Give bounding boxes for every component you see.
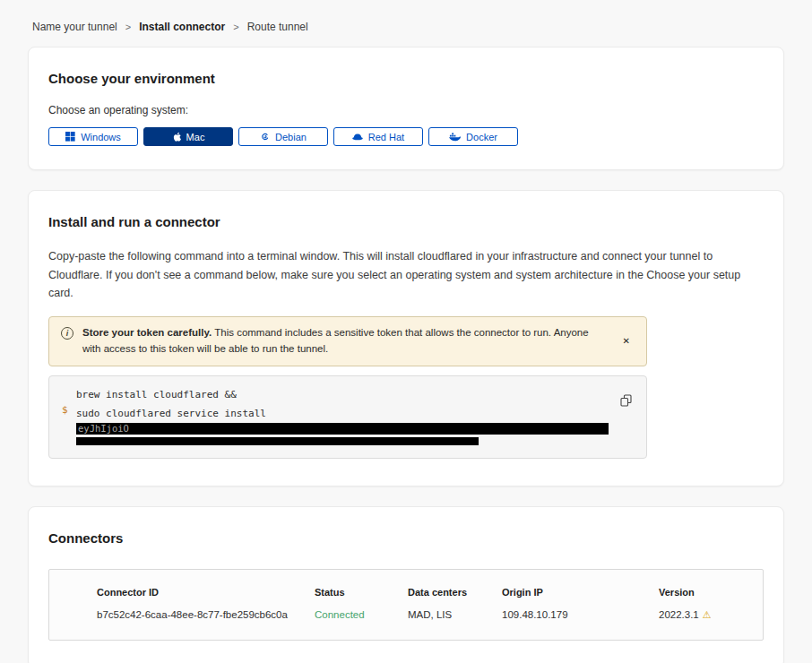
breadcrumb: Name your tunnel > Install connector > R…: [28, 0, 784, 47]
environment-card: Choose your environment Choose an operat…: [28, 47, 784, 170]
copy-icon: [620, 396, 632, 409]
connectors-table: Connector ID Status Data centers Origin …: [48, 569, 764, 641]
dismiss-warning-button[interactable]: ✕: [618, 332, 635, 349]
command-line-2: sudo cloudflared service install: [76, 404, 632, 423]
cell-version: 2022.3.1⚠: [659, 609, 745, 621]
version-value: 2022.3.1: [659, 609, 699, 620]
os-button-label: Debian: [275, 132, 307, 142]
version-warning-icon: ⚠: [703, 609, 712, 620]
os-button-label: Mac: [186, 132, 205, 142]
table-header-connector-id: Connector ID: [97, 587, 315, 598]
cell-origin-ip: 109.48.10.179: [502, 609, 659, 621]
breadcrumb-step-install-connector[interactable]: Install connector: [139, 21, 225, 33]
install-card-title: Install and run a connector: [48, 214, 764, 229]
table-header-status: Status: [315, 587, 408, 598]
docker-icon: [449, 133, 461, 142]
breadcrumb-separator: >: [233, 22, 238, 32]
os-select-label: Choose an operating system:: [48, 104, 764, 116]
terminal-prompt: $: [62, 385, 69, 445]
os-button-label: Red Hat: [368, 132, 404, 142]
os-button-redhat[interactable]: Red Hat: [333, 127, 423, 146]
windows-icon: [65, 132, 75, 142]
install-card: Install and run a connector Copy-paste t…: [28, 190, 784, 486]
table-header-origin-ip: Origin IP: [502, 587, 659, 598]
breadcrumb-step-name-your-tunnel[interactable]: Name your tunnel: [32, 21, 117, 33]
install-description: Copy-paste the following command into a …: [48, 247, 764, 303]
os-button-docker[interactable]: Docker: [428, 127, 518, 146]
table-header-data-centers: Data centers: [408, 587, 502, 598]
breadcrumb-separator: >: [125, 22, 131, 32]
os-button-mac[interactable]: Mac: [143, 127, 233, 146]
cell-status: Connected: [315, 609, 408, 621]
tunnel-setup-page: Name your tunnel > Install connector > R…: [0, 0, 812, 663]
connectors-table-grid: Connector ID Status Data centers Origin …: [97, 587, 745, 621]
redacted-token-bar-1: eyJhIjoiO: [76, 423, 609, 435]
terminal-block: $ brew install cloudflared && sudo cloud…: [48, 375, 647, 459]
redhat-icon: [352, 133, 363, 141]
token-warning-banner: i Store your token carefully. This comma…: [48, 316, 647, 366]
connectors-card-title: Connectors: [48, 530, 764, 546]
redacted-token-bar-2: [76, 437, 479, 445]
os-button-label: Windows: [81, 132, 121, 142]
table-header-version: Version: [659, 587, 745, 598]
copy-command-button[interactable]: [618, 392, 634, 411]
connectors-card: Connectors Connector ID Status Data cent…: [28, 506, 784, 663]
token-warning-bold: Store your token carefully.: [82, 327, 212, 338]
info-icon: i: [61, 327, 73, 340]
cell-connector-id: b7c52c42-6caa-48ee-8c77-fbe259cb6c0a: [97, 609, 315, 621]
close-icon: ✕: [623, 336, 630, 346]
os-button-debian[interactable]: Debian: [238, 127, 328, 146]
os-button-label: Docker: [466, 132, 497, 142]
command-line-1: brew install cloudflared &&: [76, 385, 632, 404]
token-warning-text: Store your token carefully. This command…: [82, 325, 598, 357]
cell-data-centers: MAD, LIS: [408, 609, 502, 621]
apple-icon: [172, 132, 181, 142]
breadcrumb-step-route-tunnel[interactable]: Route tunnel: [247, 21, 308, 33]
token-prefix: eyJhIjoiO: [78, 423, 129, 434]
environment-card-title: Choose your environment: [48, 71, 764, 86]
debian-icon: [260, 132, 270, 142]
command-lines: brew install cloudflared && sudo cloudfl…: [76, 385, 632, 445]
os-button-group: Windows Mac Debian Red Hat: [48, 127, 764, 146]
os-button-windows[interactable]: Windows: [48, 127, 138, 146]
